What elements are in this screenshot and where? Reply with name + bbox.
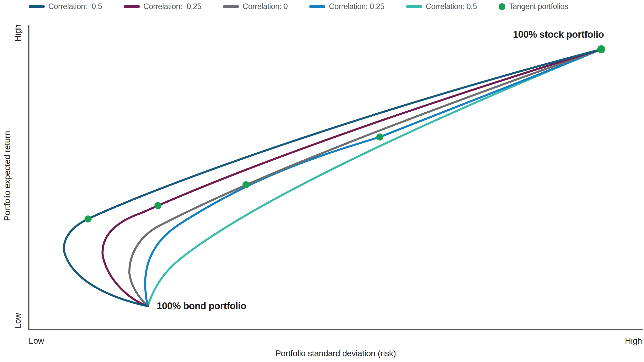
stock-portfolio-label: 100% stock portfolio [513,29,604,40]
curve-correlation-0 [129,49,601,306]
stock-portfolio-dot [597,45,605,53]
x-axis-tick-low: Low [29,336,44,346]
tangent-dot-corr-0 [243,181,250,188]
y-axis-tick-low: Low [13,313,23,329]
y-axis-title: Portfolio expected return [2,131,12,221]
y-axis-tick-high: High [13,24,23,41]
chart-canvas: Correlation: -0.5 Correlation: -0.25 Cor… [0,0,644,362]
curve-correlation-025 [145,49,601,306]
curve-correlation-05 [148,49,601,306]
tangent-dot-corr-neg025 [154,202,162,209]
bond-portfolio-label: 100% bond portfolio [157,301,246,311]
tangent-dot-corr-neg05 [85,215,92,222]
tangent-dot-corr-025 [376,133,383,141]
x-axis-tick-high: High [625,336,642,346]
efficient-frontier-plot [0,0,644,362]
curve-correlation-neg05 [64,49,601,306]
curve-correlation-neg025 [102,49,601,306]
x-axis-title: Portfolio standard deviation (risk) [275,348,396,358]
